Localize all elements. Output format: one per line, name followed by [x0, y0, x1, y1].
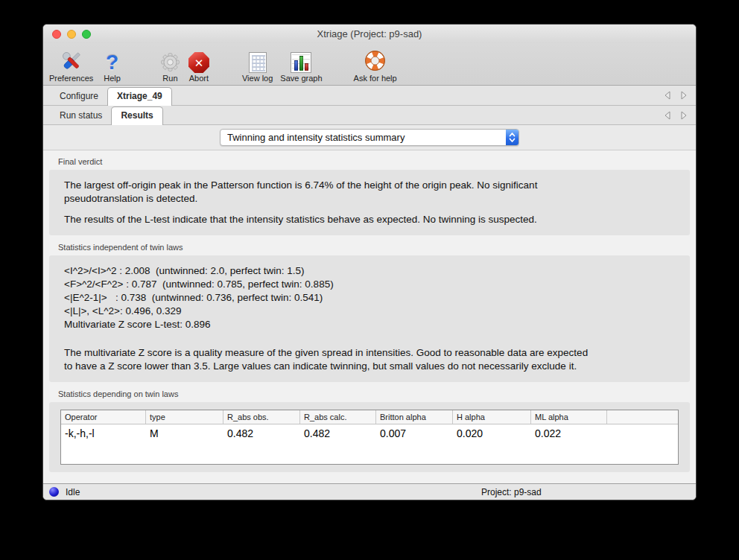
toolbar-button-label: Run: [162, 74, 177, 83]
paragraph: The results of the L-test indicate that …: [64, 213, 675, 226]
preferences-button[interactable]: Preferences: [49, 49, 93, 83]
tab-scroll-right-button[interactable]: [678, 89, 690, 101]
stat-line: <F>^2/<F^2> : 0.787 (untwinned: 0.785, p…: [64, 278, 675, 291]
column-header-type[interactable]: type: [146, 410, 223, 424]
main-tab-bar: Configure Xtriage_49: [43, 86, 696, 106]
save-graph-icon: [291, 49, 311, 73]
toolbar-button-label: View log: [242, 74, 273, 83]
stats-block: <I^2>/<I>^2 : 2.008 (untwinned: 2.0, per…: [64, 264, 675, 331]
abort-stop-icon: ✕: [188, 49, 209, 73]
tab-scroll-left-button[interactable]: [662, 89, 673, 101]
project-label: Project: p9-sad: [481, 487, 542, 497]
toolbar-button-label: Preferences: [49, 74, 93, 83]
column-header-empty: [607, 410, 678, 424]
tab-scroll-right-button[interactable]: [678, 109, 690, 121]
table-cell-rabs-obs: 0.482: [223, 424, 300, 443]
table-cell-h-alpha: 0.020: [453, 424, 531, 443]
ask-for-help-button[interactable]: Ask for help: [354, 49, 397, 83]
section-label-twin-law-stats: Statistics depending on twin laws: [58, 389, 690, 399]
column-header-operator[interactable]: Operator: [61, 410, 146, 424]
zoom-button[interactable]: [82, 30, 91, 39]
view-log-button[interactable]: View log: [242, 49, 273, 83]
column-header-rabs-calc[interactable]: R_abs calc.: [300, 410, 376, 424]
xtriage-window: Xtriage (Project: p9-sad) Preferences: [42, 24, 697, 500]
text-line: The multivariate Z score is a quality me…: [64, 346, 675, 360]
sub-tab-bar: Run status Results: [43, 106, 696, 125]
tab-run-status[interactable]: Run status: [51, 107, 111, 124]
toolbar-button-label: Help: [104, 74, 121, 83]
run-gear-icon: [159, 49, 181, 73]
status-text: Idle: [66, 487, 80, 497]
tab-configure[interactable]: Configure: [51, 88, 107, 105]
lifebuoy-icon: [363, 49, 387, 73]
toolbar: Preferences ? Help Run: [43, 43, 696, 86]
column-header-rabs-obs[interactable]: R_abs obs.: [223, 410, 300, 424]
text-line: pseudotranslation is detected.: [64, 192, 675, 206]
twin-law-table: Operator type R_abs obs. R_abs calc. Bri…: [60, 410, 679, 465]
text-line: to have a Z score lower than 3.5. Large …: [64, 360, 675, 373]
view-log-icon: [249, 49, 267, 73]
tab-results[interactable]: Results: [111, 106, 162, 125]
text-line: The largest off-origin peak in the Patte…: [64, 179, 675, 192]
column-header-h-alpha[interactable]: H alpha: [453, 410, 531, 424]
final-verdict-panel: The largest off-origin peak in the Patte…: [49, 170, 690, 235]
independent-stats-panel: <I^2>/<I>^2 : 2.008 (untwinned: 2.0, per…: [49, 255, 690, 382]
section-label-independent-stats: Statistics independent of twin laws: [58, 242, 690, 252]
stat-line: <|L|>, <L^2>: 0.496, 0.329: [64, 305, 675, 318]
paragraph: The largest off-origin peak in the Patte…: [64, 179, 675, 206]
column-header-ml-alpha[interactable]: ML alpha: [531, 410, 607, 424]
toolbar-button-label: Save graph: [280, 74, 322, 83]
stat-line: Multivariate Z score L-test: 0.896: [64, 318, 675, 331]
chevron-up-down-icon: [506, 130, 518, 145]
table-cell-type: M: [146, 424, 223, 443]
summary-select-row: Twinning and intensity statistics summar…: [43, 125, 696, 150]
tab-scroll-left-button[interactable]: [662, 109, 673, 121]
tab-xtriage-49[interactable]: Xtriage_49: [107, 87, 172, 106]
toolbar-button-label: Abort: [189, 74, 209, 83]
title-bar: Xtriage (Project: p9-sad): [43, 25, 696, 43]
results-panel: Final verdict The largest off-origin pea…: [43, 150, 696, 483]
status-sphere-icon: [49, 487, 59, 497]
table-cell-rabs-calc: 0.482: [300, 424, 376, 443]
table-row[interactable]: -k,-h,-l M 0.482 0.482 0.007 0.020 0.022: [61, 424, 678, 443]
summary-dropdown-value: Twinning and intensity statistics summar…: [227, 132, 506, 143]
status-bar: Idle Project: p9-sad: [43, 483, 696, 500]
text-line: The results of the L-test indicate that …: [64, 213, 675, 226]
help-question-icon: ?: [106, 49, 118, 73]
table-cell-empty: [607, 424, 678, 443]
toolbar-button-label: Ask for help: [354, 74, 397, 83]
stat-line: <|E^2-1|> : 0.738 (untwinned: 0.736, per…: [64, 291, 675, 305]
table-cell-ml-alpha: 0.022: [531, 424, 607, 443]
window-title: Xtriage (Project: p9-sad): [43, 28, 696, 39]
minimize-button[interactable]: [67, 30, 76, 39]
paragraph: The multivariate Z score is a quality me…: [64, 346, 675, 373]
stat-line: <I^2>/<I>^2 : 2.008 (untwinned: 2.0, per…: [64, 264, 675, 278]
table-cell-operator: -k,-h,-l: [61, 424, 146, 443]
abort-button[interactable]: ✕ Abort: [188, 49, 209, 83]
summary-dropdown[interactable]: Twinning and intensity statistics summar…: [220, 129, 519, 146]
help-button[interactable]: ? Help: [104, 49, 121, 83]
save-graph-button[interactable]: Save graph: [280, 49, 322, 83]
preferences-tools-icon: [60, 49, 83, 73]
table-header-row: Operator type R_abs obs. R_abs calc. Bri…: [61, 410, 678, 424]
table-cell-britton-alpha: 0.007: [376, 424, 453, 443]
run-button[interactable]: Run: [159, 49, 181, 83]
column-header-britton-alpha[interactable]: Britton alpha: [376, 410, 453, 424]
close-button[interactable]: [52, 30, 61, 39]
section-label-final-verdict: Final verdict: [58, 156, 690, 167]
twin-law-stats-panel: Operator type R_abs obs. R_abs calc. Bri…: [49, 402, 690, 472]
traffic-lights: [52, 30, 91, 39]
